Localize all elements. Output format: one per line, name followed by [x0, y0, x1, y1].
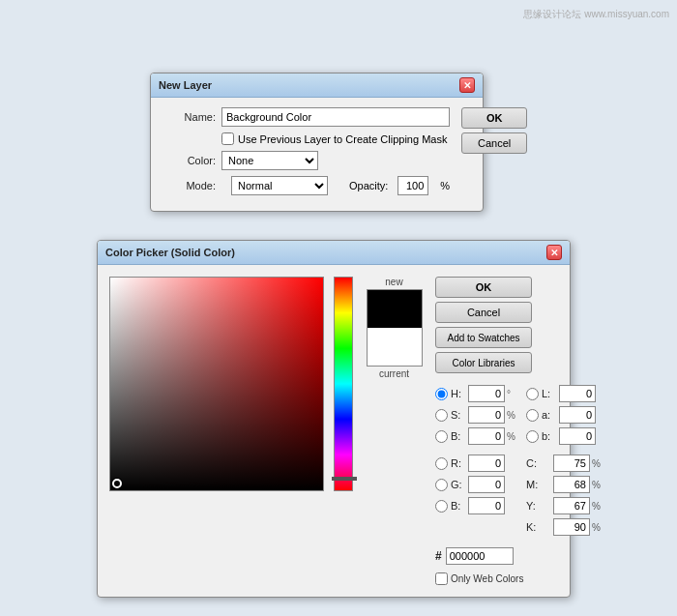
- only-web-colors-row: Only Web Colors: [435, 572, 603, 585]
- b-field-row: B: %: [435, 427, 518, 445]
- name-row: Name:: [162, 107, 450, 127]
- r-radio[interactable]: [435, 457, 448, 470]
- mode-select[interactable]: Normal: [231, 176, 328, 195]
- l-radio[interactable]: [526, 388, 539, 400]
- new-layer-cancel-button[interactable]: Cancel: [461, 132, 527, 154]
- color-picker-body: new current OK Cancel Add to Swatches Co…: [98, 265, 570, 597]
- new-layer-ok-button[interactable]: OK: [461, 107, 527, 129]
- new-color-swatch: [367, 289, 423, 328]
- new-layer-titlebar: New Layer ✕: [151, 73, 483, 98]
- y-input[interactable]: [553, 497, 590, 514]
- spectrum-cursor: [332, 477, 357, 481]
- c-label: C:: [526, 457, 553, 469]
- h-radio[interactable]: [435, 388, 448, 400]
- c-field-row: C: %: [526, 455, 603, 472]
- color-preview-area: new current: [363, 277, 426, 585]
- g-radio[interactable]: [435, 479, 448, 491]
- b-radio[interactable]: [435, 430, 448, 443]
- c-unit: %: [592, 458, 603, 469]
- cp-add-swatches-button[interactable]: Add to Swatches: [435, 327, 532, 348]
- name-input[interactable]: [221, 107, 450, 127]
- color-gradient-square[interactable]: [109, 277, 324, 491]
- r-input[interactable]: [468, 455, 505, 472]
- a-radio[interactable]: [526, 409, 539, 422]
- b-label: B:: [451, 430, 468, 442]
- lab-b-label: b:: [542, 430, 559, 442]
- l-input[interactable]: [559, 385, 596, 402]
- cp-ok-button[interactable]: OK: [435, 277, 532, 298]
- m-field-row: M: %: [526, 476, 603, 493]
- only-web-colors-checkbox[interactable]: [435, 572, 448, 585]
- lab-b-field-row: b:: [526, 427, 603, 445]
- hex-input[interactable]: [446, 547, 514, 565]
- current-color-label: current: [379, 368, 409, 379]
- new-layer-close-button[interactable]: ✕: [459, 77, 475, 93]
- rgb-b-input[interactable]: [468, 497, 505, 514]
- rgb-b-field-row: B:: [435, 497, 518, 514]
- gradient-layer2: [110, 278, 323, 490]
- r-field-row: R:: [435, 455, 518, 472]
- s-unit: %: [507, 410, 518, 421]
- h-field-row: H: °: [435, 385, 518, 402]
- clipping-mask-label: Use Previous Layer to Create Clipping Ma…: [238, 133, 447, 145]
- m-unit: %: [592, 480, 603, 490]
- a-input[interactable]: [559, 406, 596, 424]
- g-input[interactable]: [468, 476, 505, 493]
- new-layer-title: New Layer: [159, 79, 212, 91]
- k-label: K:: [526, 521, 553, 533]
- spectrum-slider[interactable]: [334, 277, 353, 491]
- color-picker-titlebar: Color Picker (Solid Color) ✕: [98, 241, 570, 265]
- new-layer-dialog: New Layer ✕ Name: Use Previous Layer to …: [150, 73, 484, 212]
- mode-row: Mode: Normal Opacity: %: [162, 176, 450, 195]
- color-label: Color:: [162, 155, 216, 166]
- color-row: Color: None: [162, 151, 450, 170]
- color-picker-right-panel: OK Cancel Add to Swatches Color Librarie…: [435, 277, 603, 585]
- y-unit: %: [592, 501, 603, 512]
- k-field-row: K: %: [526, 518, 603, 536]
- s-input[interactable]: [468, 406, 505, 424]
- cp-color-libraries-button[interactable]: Color Libraries: [435, 352, 532, 373]
- lab-b-radio[interactable]: [526, 430, 539, 443]
- h-input[interactable]: [468, 385, 505, 402]
- h-unit: °: [507, 389, 518, 399]
- m-label: M:: [526, 479, 553, 490]
- a-label: a:: [542, 409, 559, 421]
- k-input[interactable]: [553, 518, 590, 536]
- lab-b-input[interactable]: [559, 427, 596, 445]
- cp-fields-right: L: a: b:: [526, 385, 603, 540]
- new-layer-body: Name: Use Previous Layer to Create Clipp…: [151, 98, 483, 211]
- b-input[interactable]: [468, 427, 505, 445]
- main-background: 思缘设计论坛 www.missyuan.com Swatches New Lay…: [0, 0, 677, 616]
- hex-row: #: [435, 547, 603, 565]
- m-input[interactable]: [553, 476, 590, 493]
- clipping-mask-row: Use Previous Layer to Create Clipping Ma…: [221, 132, 450, 145]
- b-unit: %: [507, 431, 518, 442]
- s-radio[interactable]: [435, 409, 448, 422]
- current-color-swatch: [367, 328, 423, 367]
- cp-cancel-button[interactable]: Cancel: [435, 302, 532, 323]
- name-label: Name:: [162, 111, 216, 123]
- color-select[interactable]: None: [221, 151, 318, 170]
- g-field-row: G:: [435, 476, 518, 493]
- rgb-b-label: B:: [451, 500, 468, 512]
- color-picker-close-button[interactable]: ✕: [546, 245, 562, 260]
- clipping-mask-checkbox[interactable]: [221, 132, 234, 145]
- a-field-row: a:: [526, 406, 603, 424]
- l-label: L:: [542, 388, 559, 399]
- opacity-label: Opacity:: [349, 180, 388, 191]
- color-picker-dialog: Color Picker (Solid Color) ✕ new cu: [97, 240, 571, 598]
- color-picker-title: Color Picker (Solid Color): [105, 247, 235, 258]
- cp-fields-left: H: ° S: %: [435, 385, 518, 540]
- k-unit: %: [592, 522, 603, 533]
- watermark: 思缘设计论坛 www.missyuan.com: [523, 8, 669, 21]
- rgb-b-radio[interactable]: [435, 500, 448, 513]
- new-layer-buttons: OK Cancel: [461, 107, 527, 154]
- r-label: R:: [451, 457, 468, 469]
- cp-fields: H: ° S: %: [435, 385, 603, 540]
- l-field-row: L:: [526, 385, 603, 402]
- opacity-input[interactable]: [397, 176, 428, 195]
- c-input[interactable]: [553, 455, 590, 472]
- s-label: S:: [451, 409, 468, 421]
- mode-label: Mode:: [162, 180, 216, 191]
- opacity-unit: %: [440, 180, 450, 191]
